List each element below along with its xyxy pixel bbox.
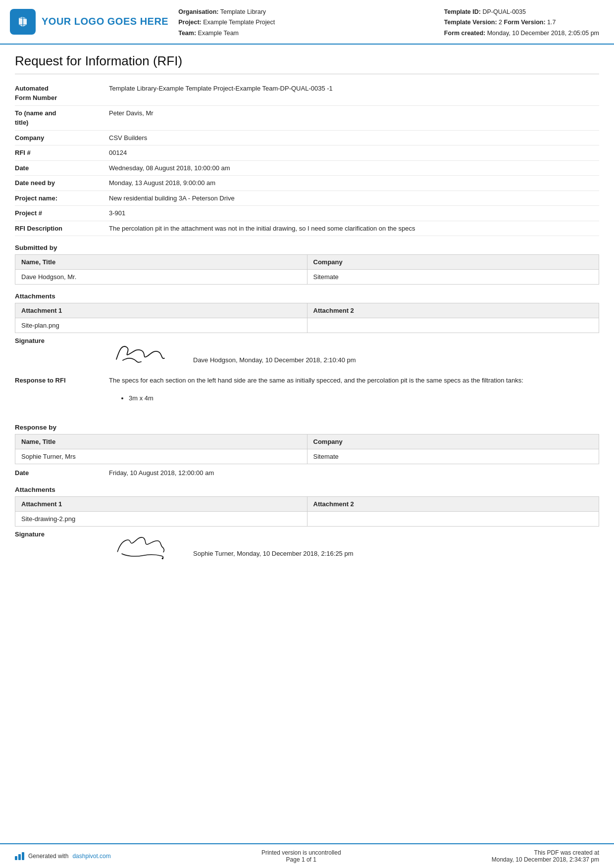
field-value-date-need-by: Monday, 13 August 2018, 9:00:00 am [109,178,599,188]
th-name-title-2: Name, Title [15,434,307,449]
response-to-rfi-text: The specs for each section on the left h… [109,376,599,411]
submitted-by-table: Name, Title Company Dave Hodgson, Mr. Si… [15,254,599,285]
response-date-value: Friday, 10 August 2018, 12:00:00 am [109,468,599,478]
field-row-date: Date Wednesday, 08 August 2018, 10:00:00… [15,161,599,176]
form-title: Request for Information (RFI) [15,53,599,74]
field-value-rfi: 00124 [109,148,599,158]
response-to-rfi-row: Response to RFI The specs for each secti… [15,371,599,416]
org-row: Organisation: Template Library [178,7,275,17]
field-label-company: Company [15,133,109,143]
content: Request for Information (RFI) AutomatedF… [0,45,614,843]
field-label-to: To (name andtitle) [15,108,109,128]
td-name-2: Sophie Turner, Mrs [15,449,307,464]
attachments-header-row-1: Attachment 1 Attachment 2 [15,303,599,318]
field-value-date: Wednesday, 08 August 2018, 10:00:00 am [109,163,599,173]
footer-right-text-1: This PDF was created at [492,849,599,856]
th-company-1: Company [307,255,599,270]
page: YOUR LOGO GOES HERE Organisation: Templa… [0,0,614,868]
section-attachments-2: Attachments [15,486,599,493]
template-version-row: Template Version: 2 Form Version: 1.7 [444,17,599,28]
field-value-project-name: New residential building 3A - Peterson D… [109,193,599,203]
footer: Generated with dashpivot.com Printed ver… [0,843,614,868]
footer-center-text-2: Page 1 of 1 [261,856,341,863]
td-attachment2-value-2 [307,511,599,526]
bar-3 [22,852,24,860]
project-row: Project: Example Template Project [178,17,275,28]
response-date-label: Date [15,468,109,478]
response-bullet-list: 3m x 4m [129,392,599,405]
signature-meta-1: Dave Hodgson, Monday, 10 December 2018, … [193,356,356,367]
footer-center-text-1: Printed version is uncontrolled [261,849,341,856]
footer-generated-text: Generated with [28,853,68,860]
th-company-2: Company [307,434,599,449]
section-response-by: Response by [15,424,599,431]
td-attachment1-value-2: Site-drawing-2.png [15,511,307,526]
section-attachments-1: Attachments [15,292,599,300]
team-row: Team: Example Team [178,28,275,39]
footer-center: Printed version is uncontrolled Page 1 o… [261,849,341,863]
attachments-header-row-2: Attachment 1 Attachment 2 [15,496,599,511]
th-attachment2-2: Attachment 2 [307,496,599,511]
signature-image-1 [109,337,178,367]
field-label-rfi-description: RFI Description [15,224,109,234]
td-name-1: Dave Hodgson, Mr. [15,270,307,285]
response-by-header-row: Name, Title Company [15,434,599,449]
attachments-1-table: Attachment 1 Attachment 2 Site-plan.png [15,303,599,333]
bar-2 [18,854,21,860]
th-attachment2-1: Attachment 2 [307,303,599,318]
field-label-date-need-by: Date need by [15,178,109,188]
footer-left: Generated with dashpivot.com [15,852,111,860]
signature-label-2: Signature [15,530,109,538]
logo-text: YOUR LOGO GOES HERE [42,16,168,27]
template-id-row: Template ID: DP-QUAL-0035 [444,7,599,17]
field-label-automated: AutomatedForm Number [15,84,109,103]
td-company-1: Sitemate [307,270,599,285]
th-name-title-1: Name, Title [15,255,307,270]
signature-label-1: Signature [15,337,109,344]
td-attachment1-value-1: Site-plan.png [15,318,307,333]
th-attachment1-1: Attachment 1 [15,303,307,318]
field-label-rfi: RFI # [15,148,109,158]
logo-icon [10,9,36,35]
attachments-2-table: Attachment 1 Attachment 2 Site-drawing-2… [15,496,599,527]
footer-logo-bars [15,852,24,860]
signature-content-2: Sophie Turner, Monday, 10 December 2018,… [109,530,599,560]
header: YOUR LOGO GOES HERE Organisation: Templa… [0,0,614,45]
bullet-item: 3m x 4m [129,392,599,405]
response-to-rfi-label: Response to RFI [15,376,109,386]
field-value-company: CSV Builders [109,133,599,143]
table-header-row: Name, Title Company [15,255,599,270]
table-row: Site-drawing-2.png [15,511,599,526]
field-label-project-number: Project # [15,208,109,218]
header-meta-left: Organisation: Template Library Project: … [178,7,275,39]
field-row-project-name: Project name: New residential building 3… [15,191,599,206]
signature-image-2 [109,530,178,560]
signature-row-1: Signature Dave Hodgson, Monday, 10 Decem… [15,337,599,367]
header-meta: Organisation: Template Library Project: … [178,5,599,39]
footer-right: This PDF was created at Monday, 10 Decem… [492,849,599,863]
field-row-company: Company CSV Builders [15,131,599,146]
field-row-rfi-description: RFI Description The percolation pit in t… [15,221,599,237]
field-value-automated: Template Library-Example Template Projec… [109,84,599,94]
svg-point-0 [162,557,163,559]
field-row-rfi: RFI # 00124 [15,145,599,161]
section-submitted-by: Submitted by [15,244,599,251]
field-row-to: To (name andtitle) Peter Davis, Mr [15,106,599,131]
th-attachment1-2: Attachment 1 [15,496,307,511]
signature-content-1: Dave Hodgson, Monday, 10 December 2018, … [109,337,599,367]
td-attachment2-value-1 [307,318,599,333]
header-meta-right: Template ID: DP-QUAL-0035 Template Versi… [444,7,599,39]
logo-section: YOUR LOGO GOES HERE [10,5,168,39]
field-value-project-number: 3-901 [109,208,599,218]
field-row-automated-form-number: AutomatedForm Number Template Library-Ex… [15,81,599,106]
field-label-project-name: Project name: [15,193,109,203]
response-by-table: Name, Title Company Sophie Turner, Mrs S… [15,434,599,464]
footer-link[interactable]: dashpivot.com [72,853,110,860]
field-value-to: Peter Davis, Mr [109,108,599,118]
form-created-row: Form created: Monday, 10 December 2018, … [444,28,599,39]
field-row-project-number: Project # 3-901 [15,206,599,221]
table-row: Sophie Turner, Mrs Sitemate [15,449,599,464]
td-company-2: Sitemate [307,449,599,464]
signature-row-2: Signature Sophie Turner, Monday, 10 Dece… [15,530,599,560]
response-date-row: Date Friday, 10 August 2018, 12:00:00 am [15,468,599,478]
